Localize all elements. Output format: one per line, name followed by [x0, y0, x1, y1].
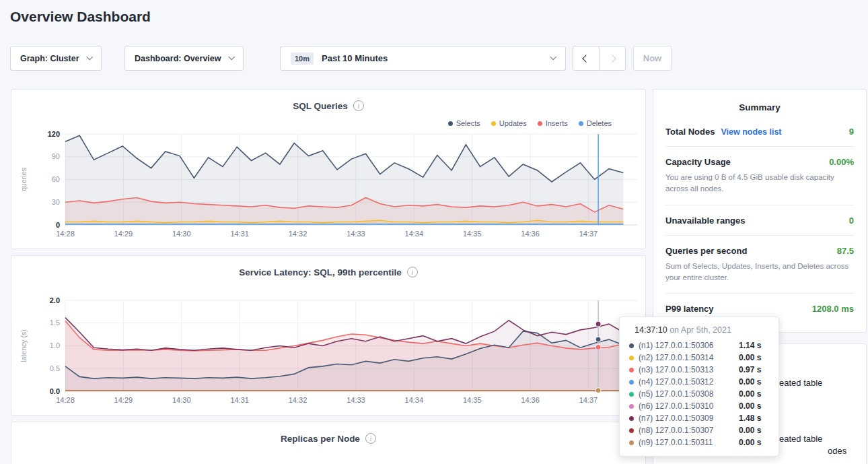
time-range-badge: 10m	[291, 53, 314, 65]
node-color-dot	[629, 428, 634, 433]
node-color-dot	[629, 356, 634, 360]
summary-value: 1208.0 ms	[812, 304, 854, 314]
tooltip-row: (n3) 127.0.0.1:503130.97 s	[629, 364, 769, 376]
node-color-dot	[629, 380, 634, 385]
svg-text:14:31: 14:31	[230, 230, 249, 238]
svg-text:14:31: 14:31	[230, 396, 249, 404]
graph-selector-dropdown[interactable]: Graph: Cluster	[10, 46, 102, 71]
summary-label: P99 latency	[665, 304, 714, 314]
info-icon[interactable]: i	[407, 267, 418, 277]
time-range-label: Past 10 Minutes	[322, 53, 542, 63]
info-icon[interactable]: i	[365, 433, 376, 444]
node-color-dot	[629, 404, 634, 409]
sql-queries-header: SQL Queries i	[11, 90, 645, 111]
legend-item-selects[interactable]: Selects	[448, 119, 480, 127]
summary-row-top: Capacity Usage0.00%	[665, 157, 854, 167]
legend-label: Inserts	[546, 119, 568, 127]
legend-item-deletes[interactable]: Deletes	[579, 119, 612, 127]
legend-label: Updates	[499, 119, 527, 127]
chevron-down-icon	[550, 53, 556, 60]
legend-item-updates[interactable]: Updates	[491, 119, 527, 127]
summary-desc: You are using 0 B of 4.5 GiB usable disk…	[665, 172, 854, 195]
svg-text:14:36: 14:36	[521, 230, 540, 238]
tooltip-node-label: (n1) 127.0.0.1:50306	[639, 341, 734, 350]
svg-text:0.5: 0.5	[50, 364, 60, 372]
dashboard-selector-dropdown[interactable]: Dashboard: Overview	[124, 46, 244, 71]
tooltip-node-value: 1.48 s	[739, 413, 761, 423]
time-range-dropdown[interactable]: 10m Past 10 Minutes	[280, 46, 566, 71]
summary-row-top: Total NodesView nodes list9	[665, 127, 854, 137]
replicas-per-node-header: Replicas per Node i	[11, 422, 645, 444]
now-button[interactable]: Now	[633, 46, 672, 71]
legend-label: Selects	[456, 119, 480, 127]
service-latency-header: Service Latency: SQL, 99th percentile i	[11, 256, 645, 277]
tooltip-node-value: 0.00 s	[739, 438, 761, 447]
event-item-fragment: eated table	[779, 378, 822, 388]
tooltip-node-label: (n9) 127.0.0.1:50311	[639, 438, 734, 447]
summary-desc: Sum of Selects, Updates, Inserts, and De…	[665, 261, 854, 284]
tooltip-node-label: (n2) 127.0.0.1:50314	[639, 353, 734, 362]
summary-row-capacity-usage: Capacity Usage0.00%You are using 0 B of …	[665, 147, 854, 205]
tooltip-node-value: 0.00 s	[739, 353, 761, 362]
graph-selector-label: Graph: Cluster	[20, 54, 79, 63]
chevron-right-icon	[608, 55, 616, 62]
summary-label: Capacity Usage	[665, 157, 731, 167]
tooltip-rows: (n1) 127.0.0.1:503061.14 s(n2) 127.0.0.1…	[629, 339, 769, 449]
svg-text:14:34: 14:34	[405, 396, 424, 404]
tooltip-node-value: 0.00 s	[739, 401, 761, 411]
tooltip-node-label: (n3) 127.0.0.1:50313	[639, 365, 734, 374]
event-item-fragment: odes	[828, 446, 846, 456]
node-color-dot	[629, 368, 634, 372]
tooltip-node-value: 0.00 s	[739, 377, 761, 387]
sql-queries-title: SQL Queries	[293, 101, 348, 111]
svg-text:14:28: 14:28	[56, 396, 75, 404]
tooltip-node-label: (n4) 127.0.0.1:50312	[639, 377, 734, 387]
page-title: Overview Dashboard	[10, 9, 151, 25]
svg-text:queries: queries	[20, 168, 28, 191]
node-color-dot	[629, 440, 634, 445]
legend-item-inserts[interactable]: Inserts	[538, 119, 568, 127]
svg-text:14:32: 14:32	[289, 396, 308, 404]
svg-text:14:29: 14:29	[114, 396, 133, 404]
dashboard-selector-label: Dashboard: Overview	[135, 54, 221, 63]
svg-text:14:37: 14:37	[579, 396, 598, 404]
svg-text:14:34: 14:34	[405, 230, 424, 238]
tooltip-node-label: (n5) 127.0.0.1:50308	[639, 389, 734, 399]
svg-text:latency (s): latency (s)	[20, 329, 28, 362]
info-icon[interactable]: i	[353, 100, 364, 111]
sql-queries-legend: SelectsUpdatesInsertsDeletes	[448, 119, 612, 127]
legend-dot	[448, 121, 453, 126]
svg-text:14:35: 14:35	[463, 230, 482, 238]
service-latency-chart[interactable]: 14:2814:2914:3014:3114:3214:3314:3414:35…	[11, 295, 647, 409]
legend-dot	[491, 121, 496, 126]
svg-text:14:30: 14:30	[172, 230, 191, 238]
node-color-dot	[629, 392, 634, 397]
summary-label: Unavailable ranges	[665, 216, 746, 226]
summary-label: Total Nodes	[665, 127, 715, 137]
chevron-down-icon	[228, 53, 235, 60]
tooltip-node-value: 0.00 s	[739, 389, 761, 399]
tooltip-node-label: (n7) 127.0.0.1:50309	[639, 413, 734, 423]
summary-link[interactable]: View nodes list	[721, 127, 781, 137]
tooltip-time: 14:37:10	[635, 325, 667, 335]
svg-text:14:33: 14:33	[347, 230, 365, 238]
chevron-left-icon	[582, 55, 589, 62]
time-back-button[interactable]	[573, 46, 600, 71]
summary-value: 0	[849, 216, 854, 226]
time-forward-button[interactable]	[599, 46, 626, 71]
tooltip-node-label: (n6) 127.0.0.1:50310	[639, 401, 734, 411]
replicas-per-node-panel: Replicas per Node i	[11, 422, 646, 464]
tooltip-row: (n6) 127.0.0.1:503100.00 s	[629, 400, 769, 412]
service-latency-panel: Service Latency: SQL, 99th percentile i …	[11, 255, 646, 416]
svg-text:90: 90	[52, 152, 60, 160]
svg-text:14:37: 14:37	[579, 230, 598, 238]
svg-text:14:30: 14:30	[172, 396, 191, 404]
tooltip-row: (n5) 127.0.0.1:503080.00 s	[629, 388, 769, 400]
svg-text:0: 0	[56, 221, 60, 229]
tooltip-date: on Apr 5th, 2021	[667, 325, 731, 335]
sql-queries-chart[interactable]: 14:2814:2914:3014:3114:3214:3314:3414:35…	[11, 129, 647, 243]
tooltip-row: (n7) 127.0.0.1:503091.48 s	[629, 412, 769, 424]
legend-dot	[579, 121, 583, 126]
tooltip-row: (n4) 127.0.0.1:503120.00 s	[629, 376, 769, 388]
tooltip-row: (n8) 127.0.0.1:503070.00 s	[629, 424, 769, 436]
